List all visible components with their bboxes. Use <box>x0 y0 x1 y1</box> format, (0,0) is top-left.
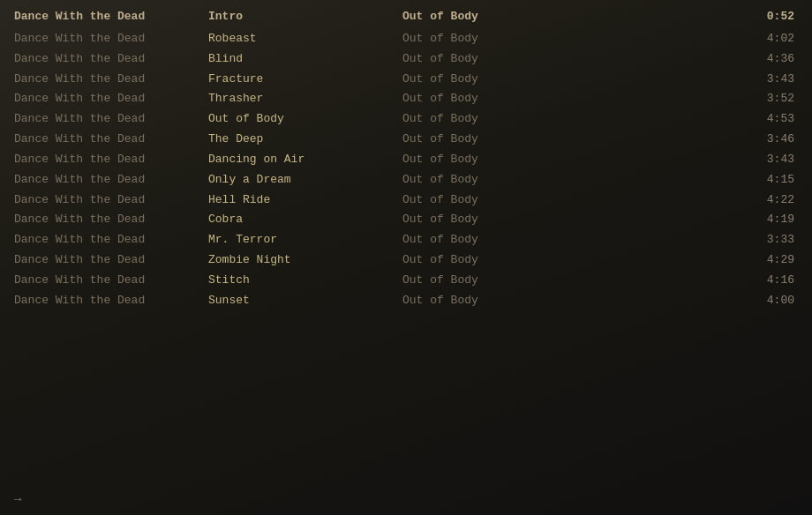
bottom-arrow: → <box>14 492 21 506</box>
track-duration: 4:16 <box>597 272 794 289</box>
track-duration: 4:15 <box>597 172 794 189</box>
track-artist: Dance With the Dead <box>14 111 208 128</box>
track-duration: 3:43 <box>597 152 794 168</box>
track-duration: 4:19 <box>597 212 794 228</box>
track-duration: 3:43 <box>597 71 794 88</box>
track-artist: Dance With the Dead <box>14 212 208 228</box>
track-album: Out of Body <box>402 172 597 189</box>
table-row[interactable]: Dance With the DeadSunsetOut of Body4:00 <box>0 291 812 311</box>
table-row[interactable]: Dance With the DeadOnly a DreamOut of Bo… <box>0 170 812 190</box>
table-row[interactable]: Dance With the DeadDancing on AirOut of … <box>0 150 812 170</box>
table-row[interactable]: Dance With the DeadCobraOut of Body4:19 <box>0 210 812 230</box>
table-row[interactable]: Dance With the DeadFractureOut of Body3:… <box>0 70 812 90</box>
track-album: Out of Body <box>402 91 597 108</box>
track-artist: Dance With the Dead <box>14 131 208 148</box>
track-title: Cobra <box>208 212 402 228</box>
track-artist: Dance With the Dead <box>14 71 208 88</box>
track-artist: Dance With the Dead <box>14 31 208 48</box>
track-title: Stitch <box>208 272 402 289</box>
track-album: Out of Body <box>402 272 597 289</box>
header-album: Out of Body <box>402 9 597 26</box>
track-title: Sunset <box>208 293 402 310</box>
track-album: Out of Body <box>402 252 597 269</box>
track-artist: Dance With the Dead <box>14 51 208 68</box>
track-title: Thrasher <box>208 91 402 108</box>
track-album: Out of Body <box>402 111 597 128</box>
track-title: Out of Body <box>208 111 402 128</box>
track-title: The Deep <box>208 131 402 148</box>
track-duration: 3:33 <box>597 232 794 249</box>
track-duration: 3:46 <box>597 131 794 148</box>
header-artist: Dance With the Dead <box>14 9 208 26</box>
track-artist: Dance With the Dead <box>14 232 208 249</box>
track-duration: 4:02 <box>597 31 794 48</box>
track-artist: Dance With the Dead <box>14 272 208 289</box>
table-row[interactable]: Dance With the DeadRobeastOut of Body4:0… <box>0 29 812 49</box>
track-list: Dance With the Dead Intro Out of Body 0:… <box>0 0 812 311</box>
track-artist: Dance With the Dead <box>14 152 208 168</box>
table-row[interactable]: Dance With the DeadThe DeepOut of Body3:… <box>0 130 812 150</box>
table-row[interactable]: Dance With the DeadOut of BodyOut of Bod… <box>0 109 812 130</box>
table-row[interactable]: Dance With the DeadHell RideOut of Body4… <box>0 190 812 211</box>
track-artist: Dance With the Dead <box>14 91 208 108</box>
track-title: Fracture <box>208 71 402 88</box>
track-album: Out of Body <box>402 293 597 310</box>
track-title: Only a Dream <box>208 172 402 189</box>
track-list-header: Dance With the Dead Intro Out of Body 0:… <box>0 7 812 27</box>
track-title: Blind <box>208 51 402 68</box>
table-row[interactable]: Dance With the DeadMr. TerrorOut of Body… <box>0 230 812 250</box>
track-title: Hell Ride <box>208 192 402 209</box>
track-duration: 4:36 <box>597 51 794 68</box>
track-title: Robeast <box>208 31 402 48</box>
track-artist: Dance With the Dead <box>14 293 208 310</box>
track-album: Out of Body <box>402 71 597 88</box>
track-album: Out of Body <box>402 31 597 48</box>
track-album: Out of Body <box>402 212 597 228</box>
table-row[interactable]: Dance With the DeadZombie NightOut of Bo… <box>0 250 812 271</box>
table-row[interactable]: Dance With the DeadThrasherOut of Body3:… <box>0 89 812 109</box>
track-duration: 4:22 <box>597 192 794 209</box>
track-album: Out of Body <box>402 192 597 209</box>
track-artist: Dance With the Dead <box>14 172 208 189</box>
table-row[interactable]: Dance With the DeadBlindOut of Body4:36 <box>0 49 812 70</box>
track-title: Dancing on Air <box>208 152 402 168</box>
header-duration: 0:52 <box>597 9 794 26</box>
track-duration: 4:53 <box>597 111 794 128</box>
track-artist: Dance With the Dead <box>14 252 208 269</box>
track-title: Zombie Night <box>208 252 402 269</box>
track-artist: Dance With the Dead <box>14 192 208 209</box>
table-row[interactable]: Dance With the DeadStitchOut of Body4:16 <box>0 271 812 291</box>
header-title: Intro <box>208 9 402 26</box>
track-album: Out of Body <box>402 232 597 249</box>
track-duration: 4:00 <box>597 293 794 310</box>
track-duration: 4:29 <box>597 252 794 269</box>
track-duration: 3:52 <box>597 91 794 108</box>
track-title: Mr. Terror <box>208 232 402 249</box>
track-album: Out of Body <box>402 131 597 148</box>
track-album: Out of Body <box>402 51 597 68</box>
track-album: Out of Body <box>402 152 597 168</box>
